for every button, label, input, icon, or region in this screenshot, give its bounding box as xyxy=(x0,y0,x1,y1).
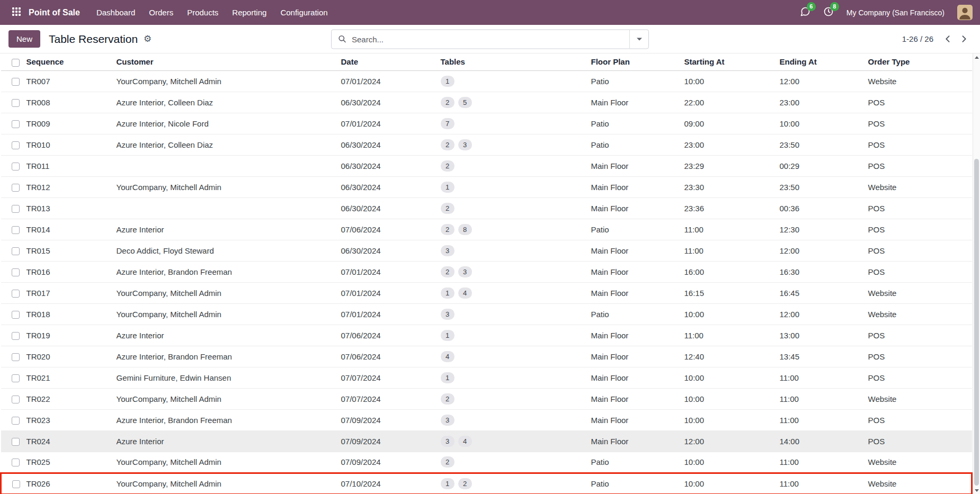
search-input[interactable] xyxy=(351,30,629,48)
table-row[interactable]: TR020 Azure Interior, Brandon Freeman 07… xyxy=(1,346,972,367)
cell-customer: YourCompany, Mitchell Admin xyxy=(114,452,339,473)
row-checkbox[interactable] xyxy=(12,332,20,340)
search-bar[interactable] xyxy=(331,29,649,49)
menu-item-products[interactable]: Products xyxy=(180,0,225,25)
cell-ending-at: 11:00 xyxy=(778,409,866,430)
table-row[interactable]: TR013 06/30/2024 2 Main Floor 23:36 00:3… xyxy=(1,197,972,219)
column-header-sequence[interactable]: Sequence xyxy=(24,53,114,70)
table-row[interactable]: TR007 YourCompany, Mitchell Admin 07/01/… xyxy=(1,70,972,92)
table-row[interactable]: TR012 YourCompany, Mitchell Admin 06/30/… xyxy=(1,176,972,197)
table-number-tag: 2 xyxy=(441,139,455,150)
table-number-tag: 7 xyxy=(441,118,455,129)
table-number-tag: 3 xyxy=(441,309,455,320)
cell-customer xyxy=(114,155,339,176)
column-header-date[interactable]: Date xyxy=(339,53,439,70)
column-header-order-type[interactable]: Order Type xyxy=(866,53,972,70)
table-row[interactable]: TR022 YourCompany, Mitchell Admin 07/07/… xyxy=(1,388,972,409)
search-dropdown-toggle[interactable] xyxy=(629,30,648,48)
row-checkbox[interactable] xyxy=(12,311,20,319)
table-row[interactable]: TR019 Azure Interior 07/06/2024 1 Main F… xyxy=(1,325,972,346)
table-row[interactable]: TR014 Azure Interior 07/06/2024 28 Patio… xyxy=(1,219,972,240)
cell-date: 06/30/2024 xyxy=(339,176,439,197)
row-checkbox[interactable] xyxy=(12,290,20,298)
menu-item-reporting[interactable]: Reporting xyxy=(225,0,273,25)
menu-item-dashboard[interactable]: Dashboard xyxy=(90,0,142,25)
table-row[interactable]: TR025 YourCompany, Mitchell Admin 07/09/… xyxy=(1,452,972,473)
cell-order-type: POS xyxy=(866,409,972,430)
messages-button[interactable]: 6 xyxy=(800,6,810,19)
activities-button[interactable]: 8 xyxy=(823,6,834,19)
row-checkbox[interactable] xyxy=(12,480,20,488)
row-checkbox[interactable] xyxy=(12,438,20,446)
company-switcher[interactable]: My Company (San Francisco) xyxy=(847,8,945,17)
cell-order-type: POS xyxy=(866,240,972,261)
table-number-tag: 2 xyxy=(441,97,455,108)
scrollbar-thumb[interactable] xyxy=(974,159,979,486)
cell-starting-at: 16:15 xyxy=(682,282,778,303)
row-checkbox[interactable] xyxy=(12,120,20,128)
menu-item-orders[interactable]: Orders xyxy=(142,0,180,25)
table-number-tag: 2 xyxy=(441,456,455,468)
row-checkbox[interactable] xyxy=(12,417,20,425)
scroll-up-arrow[interactable] xyxy=(973,53,980,61)
row-checkbox[interactable] xyxy=(12,99,20,107)
table-row[interactable]: TR017 YourCompany, Mitchell Admin 07/01/… xyxy=(1,282,972,303)
row-checkbox[interactable] xyxy=(12,205,20,213)
row-checkbox[interactable] xyxy=(12,374,20,382)
chevron-down-icon xyxy=(637,38,642,40)
cell-starting-at: 16:00 xyxy=(682,261,778,282)
column-header-ending-at[interactable]: Ending At xyxy=(778,53,866,70)
table-row[interactable]: TR016 Azure Interior, Brandon Freeman 07… xyxy=(1,261,972,282)
new-button[interactable]: New xyxy=(8,30,40,48)
row-checkbox[interactable] xyxy=(12,268,20,276)
row-checkbox[interactable] xyxy=(12,459,20,466)
apps-menu-button[interactable] xyxy=(7,4,25,22)
column-header-tables[interactable]: Tables xyxy=(439,53,589,70)
menu-item-configuration[interactable]: Configuration xyxy=(273,0,334,25)
table-row[interactable]: TR008 Azure Interior, Colleen Diaz 06/30… xyxy=(1,92,972,113)
row-checkbox[interactable] xyxy=(12,396,20,403)
cell-date: 07/09/2024 xyxy=(339,452,439,473)
cell-tables: 1 xyxy=(439,325,589,346)
row-checkbox[interactable] xyxy=(12,353,20,361)
column-header-floor-plan[interactable]: Floor Plan xyxy=(589,53,682,70)
cell-ending-at: 11:00 xyxy=(778,367,866,388)
cell-customer: Azure Interior, Brandon Freeman xyxy=(114,261,339,282)
table-row[interactable]: TR018 YourCompany, Mitchell Admin 07/01/… xyxy=(1,303,972,325)
table-row[interactable]: TR026 YourCompany, Mitchell Admin 07/10/… xyxy=(1,473,972,494)
row-checkbox[interactable] xyxy=(12,184,20,192)
table-number-tag: 1 xyxy=(441,330,455,341)
cell-date: 06/30/2024 xyxy=(339,134,439,155)
cell-sequence: TR010 xyxy=(24,134,114,155)
row-checkbox[interactable] xyxy=(12,141,20,149)
vertical-scrollbar[interactable] xyxy=(973,53,980,494)
row-checkbox[interactable] xyxy=(12,226,20,234)
scroll-down-arrow[interactable] xyxy=(973,487,980,494)
row-checkbox[interactable] xyxy=(12,78,20,86)
cell-customer: Azure Interior xyxy=(114,325,339,346)
column-header-starting-at[interactable]: Starting At xyxy=(682,53,778,70)
select-all-checkbox[interactable] xyxy=(12,59,20,67)
cell-date: 06/30/2024 xyxy=(339,155,439,176)
cell-starting-at: 23:30 xyxy=(682,176,778,197)
table-row[interactable]: TR024 Azure Interior 07/09/2024 34 Main … xyxy=(1,430,972,452)
cell-date: 07/01/2024 xyxy=(339,70,439,92)
cell-floor-plan: Main Floor xyxy=(589,240,682,261)
table-number-tag: 1 xyxy=(441,478,455,489)
gear-icon[interactable]: ⚙ xyxy=(142,33,153,44)
row-checkbox[interactable] xyxy=(12,247,20,255)
pager-previous-button[interactable] xyxy=(940,31,956,47)
app-title[interactable]: Point of Sale xyxy=(29,8,80,17)
user-avatar[interactable] xyxy=(957,5,973,20)
cell-sequence: TR008 xyxy=(24,92,114,113)
table-row[interactable]: TR010 Azure Interior, Colleen Diaz 06/30… xyxy=(1,134,972,155)
cell-floor-plan: Main Floor xyxy=(589,197,682,219)
row-checkbox[interactable] xyxy=(12,163,20,170)
column-header-customer[interactable]: Customer xyxy=(114,53,339,70)
table-row[interactable]: TR023 Azure Interior, Brandon Freeman 07… xyxy=(1,409,972,430)
table-row[interactable]: TR021 Gemini Furniture, Edwin Hansen 07/… xyxy=(1,367,972,388)
table-row[interactable]: TR011 06/30/2024 2 Main Floor 23:29 00:2… xyxy=(1,155,972,176)
table-row[interactable]: TR009 Azure Interior, Nicole Ford 07/01/… xyxy=(1,113,972,134)
pager-next-button[interactable] xyxy=(956,31,972,47)
table-row[interactable]: TR015 Deco Addict, Floyd Steward 06/30/2… xyxy=(1,240,972,261)
